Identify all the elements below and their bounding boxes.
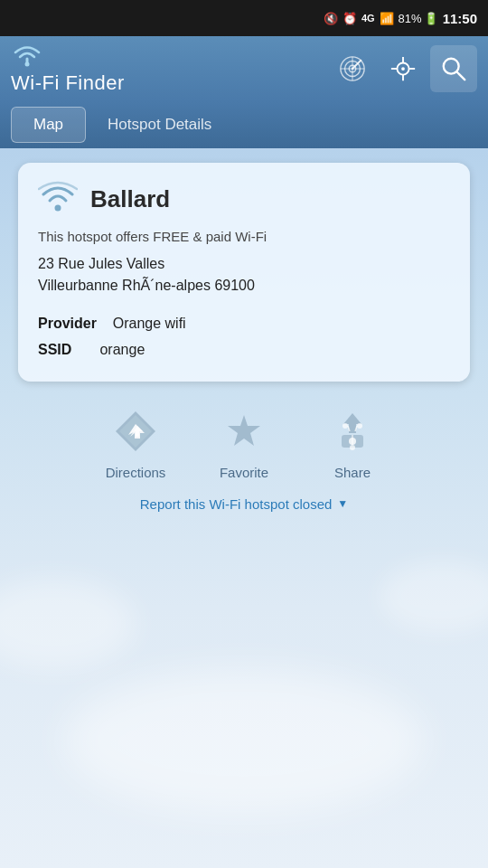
- mute-icon: 🔇: [324, 12, 338, 25]
- battery-icon: 81% 🔋: [399, 12, 438, 25]
- cloud-decoration-left: [0, 579, 136, 669]
- wifi-card-icon: [38, 181, 78, 218]
- tab-map[interactable]: Map: [11, 107, 86, 143]
- svg-point-0: [25, 62, 30, 67]
- provider-row: Provider Orange wifi: [38, 311, 450, 337]
- address-city: Villeurbanne RhÃ´ne-alpes 69100: [38, 275, 450, 297]
- search-button[interactable]: [430, 45, 477, 92]
- hotspot-address: 23 Rue Jules Valles Villeurbanne RhÃ´ne-…: [38, 253, 450, 297]
- card-header: Ballard: [38, 181, 450, 218]
- time-display: 11:50: [443, 11, 477, 26]
- dropdown-icon: ▼: [337, 497, 348, 510]
- app-title: Wi-Fi Finder: [11, 71, 125, 95]
- favorite-icon: [218, 405, 270, 458]
- hotspot-meta: Provider Orange wifi SSID orange: [38, 311, 450, 363]
- report-text: Report this Wi-Fi hotspot closed: [140, 496, 333, 512]
- svg-marker-18: [228, 415, 260, 446]
- share-icon: [326, 405, 379, 458]
- hotspot-description: This hotspot offers FREE & paid Wi-Fi: [38, 229, 450, 244]
- app-header: Wi-Fi Finder: [0, 36, 488, 101]
- svg-line-13: [457, 72, 465, 80]
- app-logo: Wi-Fi Finder: [11, 42, 125, 95]
- cloud-decoration-right: [380, 561, 488, 633]
- svg-point-22: [357, 423, 362, 429]
- tab-hotspot-details[interactable]: Hotspot Details: [86, 107, 233, 143]
- address-street: 23 Rue Jules Valles: [38, 253, 450, 275]
- signal-icon: 📶: [380, 12, 394, 25]
- ssid-value: orange: [99, 342, 145, 357]
- directions-button[interactable]: Directions: [81, 396, 190, 489]
- provider-label: Provider: [38, 316, 97, 331]
- network-icon: 4G: [361, 13, 375, 24]
- radar-button[interactable]: [329, 45, 376, 92]
- directions-label: Directions: [106, 465, 166, 480]
- action-buttons: Directions Favorite Sh: [0, 396, 488, 489]
- favorite-button[interactable]: Favorite: [190, 396, 298, 489]
- hotspot-name: Ballard: [90, 185, 170, 213]
- share-button[interactable]: Share: [298, 396, 407, 489]
- provider-value: Orange wifi: [113, 316, 186, 331]
- tab-bar: Map Hotspot Details: [0, 101, 488, 148]
- favorite-label: Favorite: [220, 465, 268, 480]
- ssid-row: SSID orange: [38, 337, 450, 363]
- locate-button[interactable]: [380, 45, 427, 92]
- alarm-icon: ⏰: [343, 12, 357, 25]
- wifi-logo-icon: [11, 42, 43, 71]
- hotspot-card: Ballard This hotspot offers FREE & paid …: [18, 163, 470, 382]
- cloud-decoration-bottom: [63, 669, 425, 814]
- directions-icon: [109, 405, 162, 458]
- header-actions: [329, 45, 477, 92]
- ssid-label: SSID: [38, 342, 71, 357]
- share-label: Share: [334, 465, 371, 480]
- svg-point-23: [350, 445, 355, 450]
- status-bar: 🔇 ⏰ 4G 📶 81% 🔋 11:50: [0, 0, 488, 36]
- svg-point-14: [55, 205, 61, 212]
- report-link[interactable]: Report this Wi-Fi hotspot closed ▼: [0, 496, 488, 512]
- svg-point-7: [401, 67, 405, 71]
- svg-point-21: [343, 423, 348, 429]
